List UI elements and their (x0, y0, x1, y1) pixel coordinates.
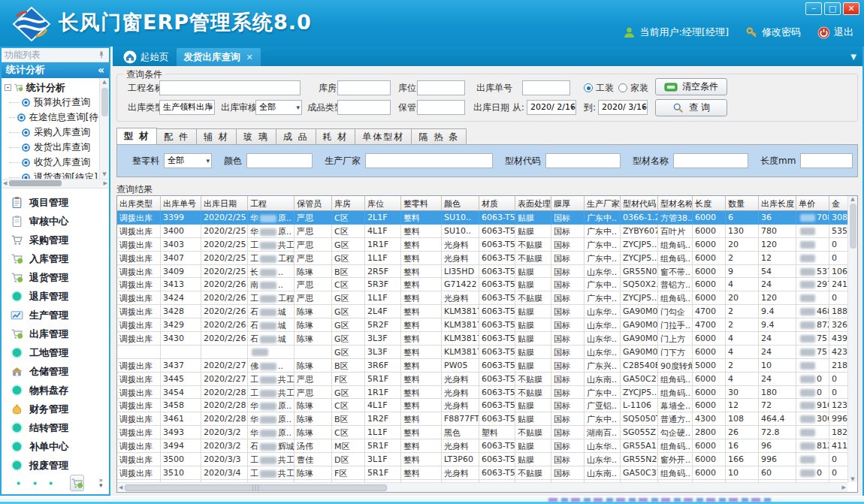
sidebar-item-仓储管理[interactable]: 仓储管理 (11, 362, 109, 381)
table-row[interactable]: G区3L3F整料KLM38176063-T5贴膜国标山东华..GA90M09.门… (117, 346, 847, 359)
table-row[interactable]: 调拨出库34452020/2/27工共工程严思F区5R1F整料光身料6063-T… (117, 373, 847, 386)
date-to-picker[interactable]: 2020/ 3/16 (598, 100, 648, 115)
sidebar-item-物料盘存[interactable]: 物料盘存 (11, 381, 109, 400)
sidebar-item-退货管理[interactable]: 退货管理 (11, 268, 109, 287)
material-tab-2[interactable]: 配 件 (156, 128, 197, 144)
scroll-left-icon[interactable]: ◀ (3, 180, 7, 186)
material-tab-1[interactable]: 型 材 (116, 128, 157, 144)
tree-vertical-scrollbar[interactable]: ▲ ▼ (99, 78, 109, 179)
column-header-型材代码[interactable]: 型材代码 (621, 196, 658, 211)
scroll-left-icon[interactable]: ◀ (119, 484, 122, 490)
column-header-表面处理[interactable]: 表面处理 (515, 196, 551, 211)
search-button[interactable]: 查 询 (655, 99, 727, 116)
column-header-型材名称[interactable]: 型材名称 (658, 196, 693, 211)
scroll-thumb[interactable] (9, 180, 62, 186)
table-row[interactable]: 调拨出库34372020/2/27佛..陈琳B区3R6F整料PW056063-T… (117, 359, 847, 373)
scroll-right-icon[interactable]: ▶ (842, 484, 846, 490)
table-row[interactable]: 调拨出库34072020/2/25工工程严思G区1L1F整料光身料6063-T5… (117, 252, 847, 265)
minimize-button[interactable]: － (805, 2, 822, 15)
module-dot-icon[interactable] (33, 477, 38, 490)
column-header-库房[interactable]: 库房 (332, 196, 365, 211)
radio-工装[interactable]: 工装 (584, 80, 614, 95)
保管员-input[interactable] (417, 100, 465, 115)
material-tab-6[interactable]: 耗 材 (316, 128, 356, 144)
material-tab-7[interactable]: 单体型材 (355, 128, 412, 144)
column-header-出库日期[interactable]: 出库日期 (201, 196, 248, 211)
pin-icon[interactable] (97, 50, 106, 59)
库房-input[interactable] (337, 80, 391, 95)
table-row[interactable]: 调拨出库34132020/2/26南..严思C区5R3F整料G714226063… (117, 278, 847, 291)
库位-input[interactable] (417, 80, 465, 95)
sidebar-item-入库管理[interactable]: 入库管理 (11, 249, 109, 268)
column-header-生产厂家[interactable]: 生产厂家 (585, 196, 621, 211)
scroll-up-icon[interactable]: ▲ (850, 196, 854, 202)
tree-expander-icon[interactable]: - (5, 84, 11, 91)
table-row[interactable]: 调拨出库35102020/3/4工共工程陈琳F区5R1F整料光身料6063-T5… (117, 466, 847, 480)
radio-家装[interactable]: 家装 (618, 80, 648, 95)
table-row[interactable]: 调拨出库33992020/2/25华原..严思C区2L1F整料SU10..606… (117, 211, 847, 225)
工程名称-input[interactable] (159, 80, 301, 95)
成品类型-input[interactable] (337, 100, 391, 115)
material-tab-3[interactable]: 辅 材 (196, 128, 237, 144)
module-dot-icon[interactable] (17, 477, 21, 490)
table-horizontal-scrollbar[interactable]: ◀ ||| ▶ (117, 482, 847, 492)
table-row[interactable]: 调拨出库34032020/2/25工共工程严思G区1R1F整料光身料6063-T… (117, 238, 847, 252)
出库审核-select[interactable]: 全部 (255, 100, 302, 115)
column-header-单价[interactable]: 单价 (796, 196, 829, 211)
table-row[interactable]: 调拨出库34002020/2/25华原..严思C区4L1F整料SU10..606… (117, 225, 847, 238)
scroll-down-icon[interactable]: ▼ (850, 476, 854, 482)
material-tab-5[interactable]: 成 品 (276, 128, 316, 144)
cart-module-button[interactable] (70, 475, 84, 491)
整零料-select[interactable]: 全部 (164, 153, 212, 168)
tab-home[interactable]: 起始页 (116, 48, 177, 66)
tabbar-chevron-down-icon[interactable]: ▼ (850, 53, 856, 61)
出库单号-input[interactable] (522, 80, 570, 95)
table-row[interactable]: 调拨出库34932020/3/2华原..陈琳C区1L1F整料黑色塑料不贴膜国标湖… (117, 426, 847, 439)
长度mm-input[interactable] (800, 153, 853, 168)
tab-shipping-query[interactable]: 发货出库查询 ✕ (177, 48, 261, 66)
scroll-thumb[interactable] (850, 204, 856, 249)
sidebar-item-生产管理[interactable]: 生产管理 (11, 306, 109, 324)
material-tab-8[interactable]: 隔 热 条 (411, 128, 467, 144)
column-header-工程[interactable]: 工程 (248, 196, 295, 211)
table-row[interactable]: 调拨出库34582020/2/28华原..陈琳C区4L1F整料光身料6063-T… (117, 399, 847, 412)
tree-item[interactable]: 发货出库查询 (5, 140, 98, 155)
出库类型-select[interactable]: 生产领料出库 (159, 100, 215, 115)
table-row[interactable]: 调拨出库34242020/2/26工工程严思G区1L1F整料光身料6063-T5… (117, 291, 847, 305)
scroll-right-icon[interactable]: ▶ (104, 180, 107, 186)
collapse-icon[interactable]: « (98, 64, 104, 76)
table-vertical-scrollbar[interactable]: ▲ ▼ (847, 196, 857, 482)
clear-conditions-button[interactable]: 清空条件 (655, 78, 727, 95)
column-header-整零料[interactable]: 整零料 (401, 196, 442, 211)
table-row[interactable]: 调拨出库34942020/3/2石辉城汤伟M区5R1F整料光身料6063-T5贴… (117, 439, 847, 453)
table-row[interactable]: 调拨出库34292020/2/26石城陈琳G区5R2F整料KLM38176063… (117, 318, 847, 332)
sidebar-item-补单中心[interactable]: 补单中心 (11, 437, 109, 456)
型材代码-input[interactable] (545, 153, 621, 168)
tree-item[interactable]: 在途信息查询[待 (5, 110, 98, 125)
生产厂家-input[interactable] (365, 153, 493, 168)
scroll-down-icon[interactable]: ▼ (102, 171, 106, 179)
sidebar-item-出库管理[interactable]: 出库管理 (11, 324, 109, 343)
sidebar-item-结转管理[interactable]: 结转管理 (11, 418, 109, 437)
table-row[interactable]: 调拨出库34302020/2/26石城陈琳G区3L3F整料KLM38176063… (117, 332, 847, 346)
sidebar-item-项目管理[interactable]: 项目管理 (11, 193, 109, 212)
tab-close-icon[interactable]: ✕ (246, 53, 253, 62)
change-password-button[interactable]: 修改密码 (745, 26, 801, 39)
column-header-数量[interactable]: 数量 (726, 196, 759, 211)
sidebar-item-报废管理[interactable]: 报废管理 (11, 456, 109, 475)
column-header-颜色[interactable]: 颜色 (442, 196, 479, 211)
tree-item[interactable]: 采购入库查询 (5, 125, 98, 140)
tree-horizontal-scrollbar[interactable]: ◀ ▶ (2, 180, 109, 189)
table-row[interactable]: 调拨出库35002020/3/3工共工程曹佳D区3L1F整料LT3P606063… (117, 453, 847, 466)
more-modules-button[interactable]: »▾ (99, 478, 104, 488)
column-header-保管员[interactable]: 保管员 (295, 196, 332, 211)
tree-item[interactable]: 收货入库查询 (5, 155, 98, 171)
date-from-picker[interactable]: 2020/ 2/16 (527, 100, 576, 115)
column-header-材质[interactable]: 材质 (479, 196, 515, 211)
sidebar-item-退库管理[interactable]: 退库管理 (11, 287, 109, 306)
table-row[interactable]: 调拨出库34612020/2/28华原..陈琳B区1R2F整料F8877FT60… (117, 412, 847, 426)
tree-root[interactable]: -统计分析 (5, 80, 98, 95)
tree-item[interactable]: 预算执行查询 (5, 95, 98, 110)
sidebar-item-采购管理[interactable]: 采购管理 (11, 231, 109, 249)
sidebar-item-财务管理[interactable]: 财务管理 (11, 400, 109, 418)
